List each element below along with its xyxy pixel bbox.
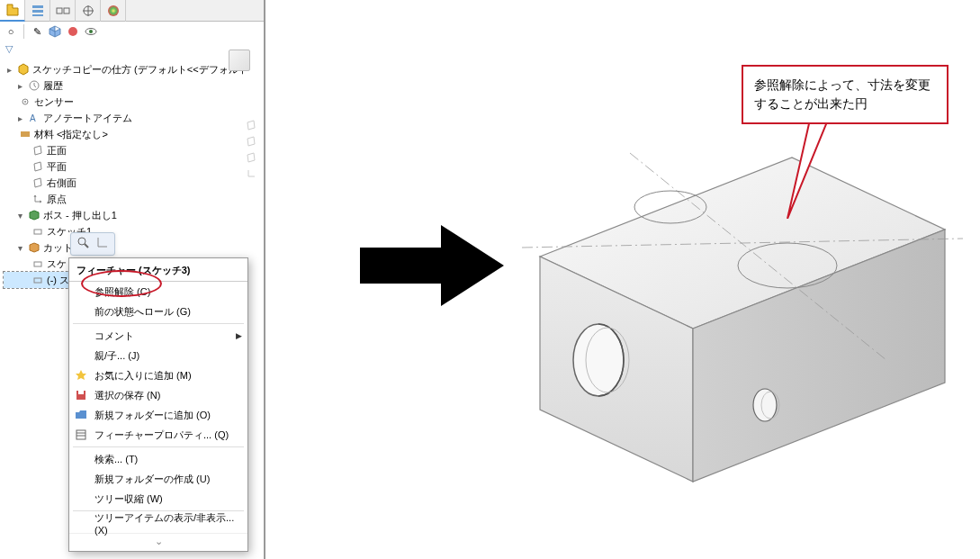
toggle-column bbox=[242, 117, 260, 182]
menu-collapse-tree[interactable]: ツリー収縮 (W) bbox=[69, 489, 247, 509]
svg-rect-19 bbox=[34, 278, 41, 283]
tree-label: 平面 bbox=[47, 160, 67, 174]
feature-tree: ▸ スケッチコピーの仕方 (デフォルト<<デフォルト ▸ 履歴 センサー ▸ A… bbox=[0, 59, 264, 290]
plane-icon bbox=[31, 159, 45, 174]
wand-icon[interactable]: ✎ bbox=[30, 24, 44, 39]
context-toolbar bbox=[70, 232, 115, 256]
cut-icon bbox=[27, 240, 41, 255]
tab-dimxpert[interactable] bbox=[76, 0, 101, 22]
menu-feature-properties[interactable]: フィーチャープロパティ... (Q) bbox=[69, 425, 247, 445]
expand-icon[interactable]: ▾ bbox=[18, 243, 27, 253]
tree-item-cut[interactable]: ▾ カット - 押 bbox=[4, 239, 260, 256]
svg-rect-17 bbox=[34, 230, 41, 234]
menu-parent-child[interactable]: 親/子... (J) bbox=[69, 346, 247, 365]
tree-item-plane-front[interactable]: 正面 bbox=[4, 142, 260, 158]
disk-icon bbox=[73, 387, 89, 403]
tree-item-boss[interactable]: ▾ ボス - 押し出し1 bbox=[4, 207, 260, 223]
orientation-cube[interactable] bbox=[229, 50, 250, 71]
svg-rect-23 bbox=[78, 391, 84, 394]
tree-label: 材料 <指定なし> bbox=[34, 128, 108, 141]
svg-line-21 bbox=[85, 244, 88, 248]
tree-label: アノテートアイテム bbox=[43, 112, 132, 125]
menu-save-selection[interactable]: 選択の保存 (N) bbox=[69, 385, 247, 405]
sphere-icon[interactable] bbox=[66, 24, 80, 39]
menu-separator bbox=[73, 323, 244, 324]
callout-tail bbox=[783, 120, 837, 221]
svg-point-20 bbox=[78, 238, 85, 245]
tree-root-label: スケッチコピーの仕方 (デフォルト<<デフォルト bbox=[32, 63, 248, 77]
svg-rect-18 bbox=[34, 262, 41, 266]
menu-add-favorite[interactable]: お気に入りに追加 (M) bbox=[69, 365, 247, 385]
annotation-icon: A bbox=[27, 111, 41, 125]
tab-configuration-manager[interactable] bbox=[50, 0, 76, 22]
svg-rect-16 bbox=[21, 131, 30, 137]
menu-roll-to-previous[interactable]: 前の状態へロール (G) bbox=[69, 302, 247, 321]
part-icon bbox=[16, 62, 31, 77]
menu-comment[interactable]: コメント▶ bbox=[69, 326, 247, 346]
tree-item-annotation[interactable]: ▸ A アノテートアイテム bbox=[4, 110, 260, 126]
callout-box: 参照解除によって、寸法を変更することが出来た円 bbox=[742, 65, 949, 124]
origin-icon bbox=[31, 192, 45, 206]
menu-tree-display[interactable]: ツリーアイテムの表示/非表示... (X) bbox=[69, 513, 247, 533]
toggle-icon[interactable] bbox=[242, 117, 260, 133]
svg-rect-24 bbox=[76, 430, 85, 439]
svg-rect-1 bbox=[32, 10, 43, 13]
tree-item-origin[interactable]: 原点 bbox=[4, 191, 260, 207]
svg-rect-4 bbox=[64, 8, 69, 14]
submenu-arrow-icon: ▶ bbox=[236, 331, 242, 340]
menu-break-reference[interactable]: 参照解除 (C) bbox=[69, 282, 247, 302]
tree-item-plane-right[interactable]: 右側面 bbox=[4, 175, 260, 191]
secondary-toolbar: ○ ✎ bbox=[0, 22, 264, 41]
tree-label: 正面 bbox=[47, 144, 67, 158]
expand-icon[interactable]: ▾ bbox=[18, 211, 27, 221]
context-menu: フィーチャー (スケッチ3) 参照解除 (C) 前の状態へロール (G) コメン… bbox=[68, 257, 248, 552]
tab-display-manager[interactable] bbox=[101, 0, 126, 22]
tree-label: 右側面 bbox=[47, 176, 76, 190]
toggle-icon[interactable] bbox=[242, 149, 260, 166]
menu-search[interactable]: 検索... (T) bbox=[69, 449, 247, 469]
menu-add-to-folder[interactable]: 新規フォルダーに追加 (O) bbox=[69, 405, 247, 425]
menu-expand-chevron[interactable]: ⌄ bbox=[69, 533, 247, 549]
expand-icon[interactable]: ▸ bbox=[18, 113, 27, 123]
svg-point-11 bbox=[89, 30, 93, 33]
plane-icon bbox=[31, 176, 45, 190]
expand-icon[interactable]: ▸ bbox=[7, 65, 16, 75]
plane-icon bbox=[31, 143, 45, 158]
tree-item-material[interactable]: 材料 <指定なし> bbox=[4, 126, 260, 142]
eye-icon[interactable] bbox=[84, 24, 98, 39]
tab-property-manager[interactable] bbox=[25, 0, 50, 22]
toggle-icon[interactable] bbox=[242, 133, 260, 149]
tree-item-sketch1[interactable]: スケッチ1 bbox=[4, 223, 260, 239]
toggle-icon[interactable] bbox=[242, 166, 260, 182]
tab-feature-manager[interactable] bbox=[0, 0, 25, 22]
svg-rect-0 bbox=[32, 5, 43, 8]
folder-icon bbox=[73, 407, 89, 423]
tree-item-plane-top[interactable]: 平面 bbox=[4, 158, 260, 175]
svg-point-35 bbox=[753, 389, 777, 421]
filter-icon[interactable]: ▽ bbox=[5, 43, 13, 54]
menu-create-folder[interactable]: 新規フォルダーの作成 (U) bbox=[69, 469, 247, 489]
star-icon bbox=[73, 367, 89, 383]
material-icon bbox=[18, 127, 32, 141]
context-tool-zoom[interactable] bbox=[76, 236, 91, 252]
tree-label: センサー bbox=[34, 95, 74, 109]
tree-item-history[interactable]: ▸ 履歴 bbox=[4, 77, 260, 94]
model-viewport[interactable] bbox=[477, 126, 972, 513]
svg-rect-2 bbox=[32, 14, 43, 16]
tree-label: ボス - 押し出し1 bbox=[43, 209, 117, 222]
tree-item-sensor[interactable]: センサー bbox=[4, 94, 260, 110]
cube-icon[interactable] bbox=[48, 24, 62, 39]
tree-label: 原点 bbox=[47, 193, 67, 206]
context-menu-header: フィーチャー (スケッチ3) bbox=[69, 260, 247, 282]
expand-icon[interactable]: ▸ bbox=[18, 81, 27, 91]
menu-separator bbox=[73, 446, 244, 447]
sketch-icon bbox=[31, 273, 45, 287]
tool-icon-1[interactable]: ○ bbox=[4, 24, 18, 39]
context-tool-origin[interactable] bbox=[94, 236, 109, 252]
panel-tabs bbox=[0, 0, 264, 22]
tree-root[interactable]: ▸ スケッチコピーの仕方 (デフォルト<<デフォルト bbox=[4, 61, 260, 77]
filter-row: ▽ bbox=[0, 41, 264, 59]
history-icon bbox=[27, 78, 41, 93]
sensor-icon bbox=[18, 95, 32, 109]
svg-point-14 bbox=[24, 101, 26, 103]
